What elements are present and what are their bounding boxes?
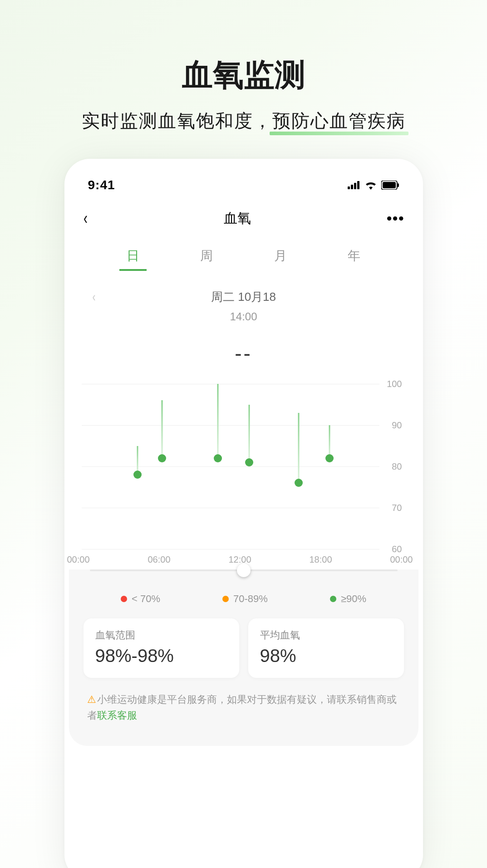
ytick-label: 100 <box>387 379 402 389</box>
ytick-label: 80 <box>392 461 402 472</box>
ytick-label: 90 <box>392 420 402 431</box>
chart-legend: < 70%70-89%≥90% <box>69 571 418 618</box>
xtick-label: 18:00 <box>309 554 332 565</box>
period-tabs: 日周月年 <box>64 234 423 271</box>
tab-month[interactable]: 月 <box>267 247 294 271</box>
data-point <box>295 479 303 487</box>
metric-card: 血氧范围98%-98% <box>84 618 239 678</box>
data-point <box>325 454 334 462</box>
battery-icon <box>381 181 399 190</box>
nav-title: 血氧 <box>224 209 251 228</box>
ytick-label: 70 <box>392 503 402 513</box>
svg-rect-5 <box>383 182 396 188</box>
card-value: 98%-98% <box>95 646 227 666</box>
ytick-label: 60 <box>392 544 402 554</box>
phone-frame: 9:41 ‹ 血氧 ••• 日周月年 ‹ 周二 10月18 14:00 -- 6… <box>64 159 423 868</box>
status-bar: 9:41 <box>64 172 423 199</box>
svg-rect-0 <box>348 186 350 189</box>
xtick-label: 06:00 <box>148 554 170 565</box>
svg-rect-2 <box>354 183 356 189</box>
chart-xaxis: 00:0006:0012:0018:0000:00 <box>64 549 423 565</box>
legend-label: 70-89% <box>233 593 268 605</box>
data-point <box>214 454 222 462</box>
data-range <box>248 405 250 462</box>
card-title: 平均血氧 <box>260 628 392 642</box>
legend-item: ≥90% <box>330 593 366 605</box>
svg-rect-3 <box>357 181 359 189</box>
time-label: 14:00 <box>64 310 423 323</box>
date-nav: ‹ 周二 10月18 14:00 <box>64 289 423 323</box>
legend-item: 70-89% <box>222 593 268 605</box>
current-value: -- <box>64 341 423 366</box>
wifi-icon <box>365 181 377 190</box>
nav-bar: ‹ 血氧 ••• <box>64 199 423 234</box>
prev-day-icon[interactable]: ‹ <box>92 289 95 304</box>
metric-card: 平均血氧98% <box>248 618 404 678</box>
time-slider[interactable] <box>90 569 398 571</box>
data-point <box>133 471 142 479</box>
spo2-chart: 60708090100 <box>82 384 406 549</box>
subtitle-highlight: 预防心血管疾病 <box>272 108 406 133</box>
data-point <box>245 458 253 466</box>
legend-dot-icon <box>121 596 127 602</box>
disclaimer-text: ⚠小维运动健康是平台服务商，如果对于数据有疑议，请联系销售商或者联系客服 <box>69 678 418 737</box>
page-subtitle: 实时监测血氧饱和度，预防心血管疾病 <box>0 108 487 133</box>
slider-handle[interactable] <box>237 564 251 577</box>
svg-rect-1 <box>351 185 353 189</box>
xtick-label: 00:00 <box>390 554 413 565</box>
data-range <box>329 425 330 458</box>
subtitle-text: 实时监测血氧饱和度， <box>82 111 272 131</box>
tab-day[interactable]: 日 <box>119 247 147 271</box>
data-range <box>298 413 299 483</box>
contact-link[interactable]: 联系客服 <box>97 710 137 721</box>
date-label: 周二 10月18 <box>64 289 423 305</box>
metric-cards: 血氧范围98%-98%平均血氧98% <box>69 618 418 678</box>
page-title: 血氧监测 <box>0 54 487 96</box>
legend-item: < 70% <box>121 593 160 605</box>
status-icons <box>348 181 399 190</box>
card-value: 98% <box>260 646 392 666</box>
warning-icon: ⚠ <box>87 691 96 707</box>
tab-week[interactable]: 周 <box>193 247 220 271</box>
legend-label: ≥90% <box>341 593 366 605</box>
card-title: 血氧范围 <box>95 628 227 642</box>
legend-dot-icon <box>222 596 229 602</box>
svg-rect-6 <box>398 183 399 187</box>
data-range <box>162 400 163 458</box>
tab-year[interactable]: 年 <box>340 247 368 271</box>
more-icon[interactable]: ••• <box>387 210 405 227</box>
legend-dot-icon <box>330 596 336 602</box>
clock: 9:41 <box>88 178 115 192</box>
legend-label: < 70% <box>132 593 160 605</box>
data-point <box>158 454 166 462</box>
xtick-label: 12:00 <box>228 554 251 565</box>
back-icon[interactable]: ‹ <box>83 209 87 228</box>
cellular-icon <box>348 181 360 189</box>
xtick-label: 00:00 <box>67 554 90 565</box>
data-range <box>217 384 219 458</box>
